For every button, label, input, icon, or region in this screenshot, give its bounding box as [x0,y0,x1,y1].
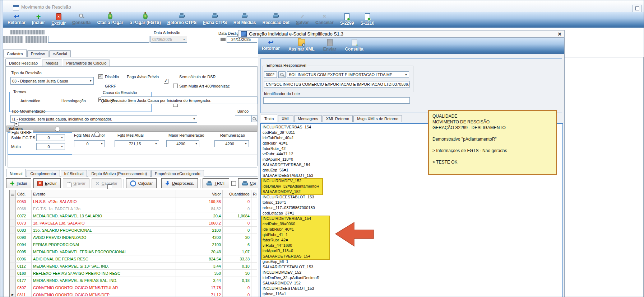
tab-inf-sindical[interactable]: Inf.Sindical [61,170,87,177]
empresa-code-field[interactable]: 0002 [264,71,277,78]
radio-automatico[interactable] [14,122,19,127]
tab-empr-stimo-econsignado[interactable]: Empréstimo eConsignado [151,170,204,177]
grid-button-trct[interactable]: TRCT [203,178,229,188]
table-row[interactable]: 0096ADICIONAL DE FERIAS RESC824,5433,33 [10,255,257,263]
tab-normal[interactable]: Normal [6,169,26,177]
toolbar-button-retorno-ctps[interactable]: Retorno CTPS [167,13,196,25]
radio-quitacao[interactable] [94,132,99,137]
grid-button-calcular[interactable]: Calcular [126,178,157,188]
toolbar-button-excluir[interactable]: ×Excluir [51,13,66,26]
employee-name-input[interactable] [48,36,149,43]
banco-search-button[interactable] [251,115,258,122]
saldo-fgts-field[interactable]: 0▼ [36,134,65,141]
tab-cadastro[interactable]: Cadastro [3,49,27,57]
row-selector[interactable] [10,212,16,219]
certificado-select[interactable]: CN=SOL INVICTUS COMERCIO EXPORTACAO E IM… [264,81,410,88]
tipo-mov-select[interactable]: I1 - Rescisão, sem justa causa, iniciati… [10,115,197,123]
toolbar-button-salvar[interactable]: Salvar [296,13,309,25]
row-selector[interactable] [10,227,16,234]
row-selector[interactable] [10,277,16,284]
row-selector[interactable] [10,234,16,241]
table-row[interactable]: 00731a. PARCELA 13o. SALARIO1060,20 [10,220,257,227]
data-admissao-field[interactable]: 02/06/2025 ▼ [150,36,187,43]
table-row[interactable]: 0094FERIAS PROPORCIONAL21006 [10,241,257,248]
row-selector[interactable] [10,248,16,255]
toolbar-button-consulta[interactable]: Consulta [72,13,91,25]
tab-depto-motivo-processamento[interactable]: Depto /Motivo (Processamento) [88,170,150,177]
toolbar-button-a-pagar-fgts[interactable]: $a Pagar (FGTS) [130,13,161,25]
row-selector[interactable] [10,205,16,212]
table-row[interactable]: 0072MEDIA REND. VARIAVEL 13 SALARIO20,41… [10,212,257,220]
table-row[interactable]: 0307CONVENIO ODONTOLOGICO MENS/TITULAR17… [10,284,257,291]
tipo-rescisao-select[interactable]: 03 - Dispensa sem Justa Causa ▼ [10,77,94,85]
tab-complementar[interactable]: Complementar [27,170,60,177]
remuneracao-field[interactable]: 4200▼ [214,140,249,147]
toolbar-button-ficha-ctps[interactable]: Ficha CTPS [203,13,227,25]
toolbar-button-rescis-o-det[interactable]: Rescisão Det [263,13,289,25]
radio-homologacao[interactable] [55,127,60,132]
tab-msgs-xmls-de-retorno[interactable]: Msgs XMLs de Retorno [353,115,402,122]
row-selector[interactable] [10,255,16,262]
grid-button-desprocess[interactable]: Desprocess. [161,178,198,188]
column-header-event[interactable]: Evento [32,190,176,198]
sem-dsr-checkbox[interactable] [173,84,178,88]
table-row[interactable]: 0050I.N.S.S. s/13o. SALARIO199,880 [10,198,257,205]
tab-mensagens[interactable]: Mensagens [294,115,322,122]
toolbar-button-assinar-xml[interactable]: Assinar XML [288,39,315,52]
row-selector[interactable] [10,198,16,205]
table-row[interactable]: 0090AVISO PREVIO INDENIZADO420030 [10,234,257,241]
causa-field[interactable]: 11 - Rescisão Sem Justa Causa por Inicia… [101,96,258,104]
row-selector[interactable] [10,270,16,277]
grid-button-cor[interactable]: Cor [238,178,260,188]
row-selector[interactable] [10,263,16,269]
tab-xml[interactable]: XML [278,115,293,122]
banco-field[interactable] [235,115,251,122]
table-row[interactable]: 0177MEDIA REND. VARIAVEL S/ FERIAS SAL. … [10,277,257,284]
toolbar-button-rel-m-dias[interactable]: Rel Médias [233,13,256,25]
table-row[interactable]: 0160REFLEXO FERIAS S/ AVISO PREVIO IND R… [10,270,257,277]
toolbar-button-retornar[interactable]: Retornar [8,13,26,25]
column-header-ref[interactable]: Re [251,190,256,198]
row-selector[interactable]: ▶ [10,291,16,297]
lote-field[interactable] [263,97,410,104]
toolbar-button-s-2299[interactable]: S-2299 [340,13,354,26]
dialog-titlebar[interactable]: Geração Individual e-Social Simplificado… [238,30,565,38]
grid-option-checkbox[interactable] [231,181,236,186]
dissidio-checkbox[interactable] [98,74,103,79]
window-restore-button[interactable] [633,5,642,12]
tab-parametros-de-calculo[interactable]: Parametros de Calculo [63,60,110,66]
column-header-value[interactable]: Valor [176,190,223,198]
toolbar-button-ctas-a-pagar[interactable]: $Ctas a Pagar [97,13,123,25]
browse-mini-button[interactable] [221,38,226,41]
tab-texto[interactable]: Texto [261,114,277,122]
fgts-atual-field[interactable]: 721,15▼ [115,140,159,147]
tab-dados-rescis-o[interactable]: Dados Rescisão [5,58,41,66]
row-selector[interactable] [10,284,16,291]
fgts-anterior-checkbox[interactable] [107,184,112,189]
dialog-close-icon[interactable]: ✕ [557,31,562,37]
toolbar-button-enviar[interactable]: Enviar [323,39,337,52]
table-row[interactable]: 0068F.G.T.S. 1a. PARCELA 13o.84,820 [10,205,257,212]
toolbar-button-s-1210[interactable]: S-1210 [360,13,374,26]
grid-button-cancelar[interactable]: Cancelar [92,178,121,188]
multa-field[interactable]: 0▼ [36,143,65,150]
column-header-code[interactable]: Cód. [16,190,32,198]
row-selector[interactable] [10,241,16,248]
empresa-search-button[interactable] [278,71,286,78]
fgts-anterior-field[interactable]: 0▼ [74,140,105,147]
empresa-select[interactable]: SOL INVICTUS COM EXPORT E IMPORTACAO LTD… [287,71,409,78]
grid-button-incluir[interactable]: Incluir [6,178,31,188]
tab-e-social[interactable]: e-Social [49,50,71,57]
table-row[interactable]: ▶0311CONVENIO ODONTOLOGICO MENS/DEP71,12… [10,291,257,297]
toolbar-button-incluir[interactable]: Incluir [32,13,45,25]
multa-checkbox[interactable] [67,183,71,187]
column-header-qty[interactable]: Quantidade [223,190,251,198]
toolbar-button-retornar[interactable]: Retornar [262,39,280,51]
row-selector[interactable] [10,220,16,226]
tab-preview[interactable]: Preview [27,50,48,57]
table-row[interactable]: 0095MEDIA REND. VARIAVEL FERIAS PROPORCI… [10,248,257,255]
toolbar-button-consulta[interactable]: Consulta [345,39,363,52]
tab-m-dias[interactable]: Médias [42,60,62,66]
grid-button-excluir[interactable]: ×Excluir [33,178,61,188]
maior-remuneracao-field[interactable]: 4200▼ [166,140,199,147]
